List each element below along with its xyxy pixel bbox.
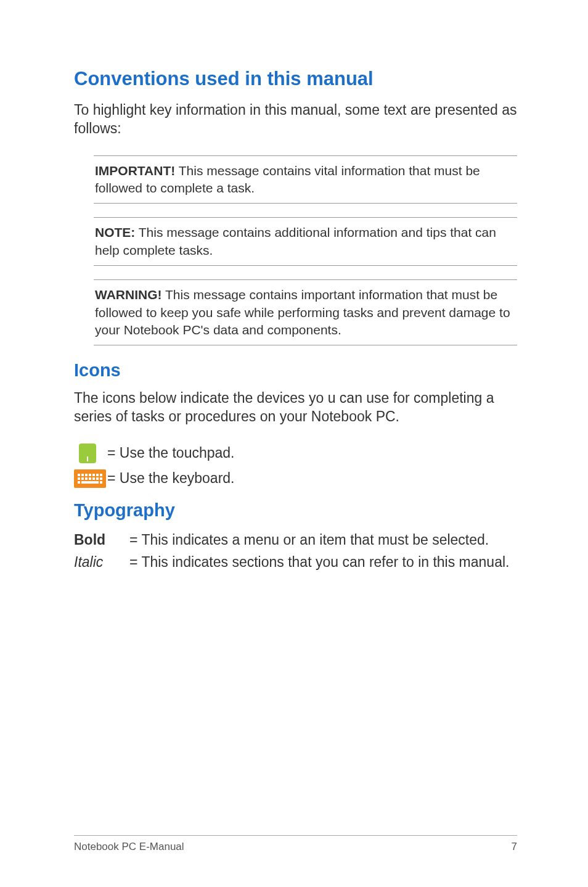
keyboard-icon-box (74, 469, 107, 488)
typo-row-bold: Bold = This indicates a menu or an item … (74, 529, 517, 551)
typo-bold-label: Bold (74, 529, 129, 551)
keyboard-icon (74, 469, 106, 488)
page-number: 7 (512, 841, 517, 853)
warning-label: WARNING! (95, 287, 162, 302)
typo-bold-text: = This indicates a menu or an item that … (129, 529, 489, 551)
page-footer: Notebook PC E-Manual 7 (74, 835, 517, 853)
heading-icons: Icons (74, 360, 517, 381)
intro-text: To highlight key information in this man… (74, 101, 517, 138)
icon-row-keyboard: = Use the keyboard. (74, 469, 517, 488)
important-label: IMPORTANT! (95, 163, 175, 178)
typography-list: Bold = This indicates a menu or an item … (74, 529, 517, 573)
callouts-block: IMPORTANT! This message contains vital i… (94, 155, 517, 345)
keyboard-label: = Use the keyboard. (107, 470, 234, 487)
icons-list: = Use the touchpad. = Use the keyboard. (74, 444, 517, 488)
note-text: This message contains additional informa… (95, 225, 496, 257)
typo-italic-text: = This indicates sections that you can r… (129, 551, 509, 574)
touchpad-label: = Use the touchpad. (107, 445, 235, 461)
callout-important: IMPORTANT! This message contains vital i… (94, 155, 517, 204)
icon-row-touchpad: = Use the touchpad. (74, 444, 517, 463)
icons-intro-text: The icons below indicate the devices yo … (74, 389, 517, 426)
touchpad-icon (79, 444, 96, 463)
typo-row-italic: Italic = This indicates sections that yo… (74, 551, 517, 574)
callout-note: NOTE: This message contains additional i… (94, 217, 517, 266)
page-content: Conventions used in this manual To highl… (0, 0, 588, 613)
footer-left: Notebook PC E-Manual (74, 841, 184, 853)
touchpad-icon-box (74, 444, 107, 463)
callout-warning: WARNING! This message contains important… (94, 279, 517, 345)
heading-conventions: Conventions used in this manual (74, 68, 517, 90)
heading-typography: Typography (74, 500, 517, 521)
note-label: NOTE: (95, 225, 135, 239)
typo-italic-label: Italic (74, 551, 129, 574)
